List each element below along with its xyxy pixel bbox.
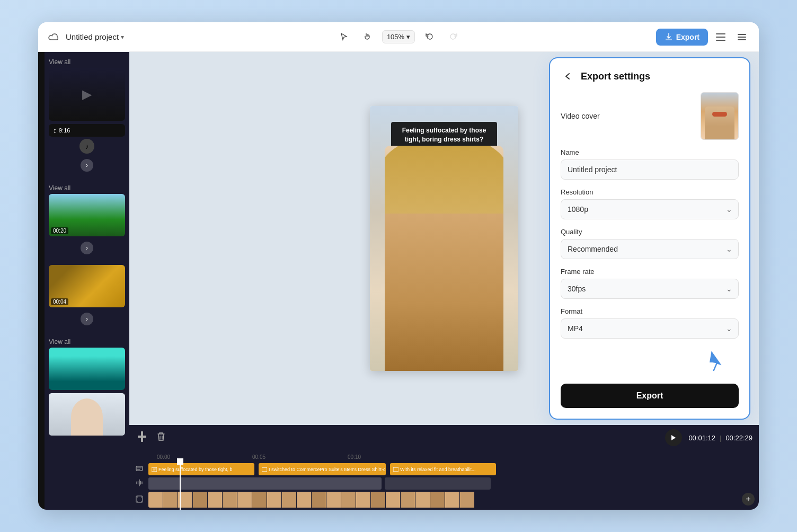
film-frame-5 <box>208 492 223 508</box>
sidebar-section-3: 00:04 › <box>45 261 129 332</box>
film-frame-17 <box>386 492 401 508</box>
film-frame-13 <box>326 492 341 508</box>
audio-clip-1[interactable] <box>148 477 382 490</box>
delete-button[interactable] <box>155 430 167 446</box>
svg-rect-8 <box>138 436 146 438</box>
svg-rect-1 <box>716 33 725 34</box>
next-btn-2[interactable]: › <box>81 242 93 254</box>
frame-rate-select-wrapper: 24fps 30fps 60fps ⌄ <box>561 279 739 299</box>
track-subtitle-1: Feeling suffocated by those tight, b I s… <box>136 463 752 475</box>
film-frame-2 <box>163 492 178 508</box>
top-bar-left: Untitled project ▾ <box>47 30 277 45</box>
film-clip-1[interactable] <box>148 492 488 508</box>
top-bar: Untitled project ▾ 105% ▾ <box>38 22 759 52</box>
film-frame-10 <box>282 492 297 508</box>
thumbnail-item-4[interactable] <box>49 348 125 390</box>
zoom-control[interactable]: 105% ▾ <box>382 30 415 43</box>
film-frame-6 <box>223 492 237 508</box>
main-content: View all ▶ ↕ 9:16 ♪ › <box>38 52 759 510</box>
film-clip-2[interactable] <box>490 492 649 508</box>
export-button[interactable]: Export <box>656 29 708 46</box>
view-all-button-4[interactable]: View all <box>49 336 125 348</box>
menu-button[interactable] <box>712 29 729 46</box>
film-frame-1 <box>148 492 163 508</box>
left-sidebar: View all ▶ ↕ 9:16 ♪ › <box>45 52 129 510</box>
subtitle-text-2: I switched to CommercePro Suite's Men's … <box>269 467 386 472</box>
name-input[interactable] <box>561 159 739 180</box>
project-title-button[interactable]: Untitled project ▾ <box>66 32 124 41</box>
more-options-button[interactable] <box>733 29 750 46</box>
sidebar-section-2: View all 00:20 › <box>45 178 129 261</box>
view-all-button-2[interactable]: View all <box>49 182 125 194</box>
video-subtitle: Feeling suffocated by those tight, borin… <box>391 122 497 148</box>
quality-select[interactable]: Low Medium Recommended High <box>561 239 739 259</box>
frame-rate-label: Frame rate <box>561 268 739 276</box>
tiktok-icon[interactable]: ♪ <box>79 139 94 154</box>
add-track-button[interactable]: + <box>742 493 755 506</box>
next-btn-1[interactable]: › <box>81 159 93 172</box>
redo-button[interactable] <box>445 29 462 46</box>
track-content-subtitle-1: Feeling suffocated by those tight, b I s… <box>148 463 752 475</box>
thumbnail-item-2[interactable]: 00:20 <box>49 194 125 236</box>
canvas-area: Feeling suffocated by those tight, borin… <box>129 52 759 425</box>
ruler-mark-5: 00:05 <box>252 454 265 460</box>
top-bar-right: Export <box>520 29 750 46</box>
total-time: 00:22:29 <box>725 434 752 442</box>
canvas-wrapper: Feeling suffocated by those tight, borin… <box>129 52 759 510</box>
film-dark-5 <box>549 492 564 508</box>
frame-rate-select[interactable]: 24fps 30fps 60fps <box>561 279 739 299</box>
svg-rect-6 <box>738 39 746 40</box>
subtitle-clip-2[interactable]: I switched to CommercePro Suite's Men's … <box>259 463 386 475</box>
cloud-icon <box>47 30 61 45</box>
cover-thumb-inner <box>701 93 738 139</box>
export-action-button[interactable]: Export <box>561 384 739 408</box>
name-field: Name <box>561 148 739 180</box>
trim-button[interactable] <box>136 429 148 446</box>
track-audio-1 <box>136 477 752 490</box>
format-select-wrapper: MP4 MOV AVI ⌄ <box>561 318 739 339</box>
video-cover-section: Video cover <box>561 92 739 140</box>
thumbnail-item-1[interactable]: ▶ <box>49 68 125 121</box>
film-dark-9 <box>608 492 623 508</box>
track-icon-subtitle-1 <box>136 465 146 474</box>
back-button[interactable] <box>561 69 575 84</box>
chevron-down-icon: ▾ <box>121 33 124 41</box>
subtitle-clip-3[interactable]: With its relaxed fit and breathabilit... <box>390 463 496 475</box>
film-dark-3 <box>519 492 534 508</box>
video-preview-bg: Feeling suffocated by those tight, borin… <box>370 106 518 371</box>
resolution-field: Resolution 720p 1080p 4K ⌄ <box>561 188 739 219</box>
film-frame-7 <box>237 492 252 508</box>
film-frame-20 <box>430 492 445 508</box>
project-title-text: Untitled project <box>66 32 119 41</box>
video-cover-label: Video cover <box>561 112 600 120</box>
time-separator: | <box>720 434 721 442</box>
thumbnail-item-3[interactable]: 00:04 <box>49 265 125 307</box>
undo-button[interactable] <box>421 29 438 46</box>
film-dark-7 <box>579 492 594 508</box>
select-tool-button[interactable] <box>335 29 352 46</box>
svg-rect-14 <box>137 496 138 498</box>
track-film-1 <box>136 492 752 508</box>
film-frame-18 <box>401 492 415 508</box>
hand-tool-button[interactable] <box>359 29 376 46</box>
next-btn-3[interactable]: › <box>81 313 93 325</box>
quality-select-wrapper: Low Medium Recommended High ⌄ <box>561 239 739 259</box>
film-frame-9 <box>267 492 282 508</box>
film-dark-6 <box>564 492 579 508</box>
thumbnail-item-5[interactable] <box>49 393 125 436</box>
view-all-button-1[interactable]: View all <box>49 56 125 68</box>
cover-thumbnail[interactable] <box>701 92 739 140</box>
subtitle-clip-1[interactable]: Feeling suffocated by those tight, b <box>148 463 254 475</box>
film-frame-21 <box>445 492 460 508</box>
svg-rect-3 <box>716 40 725 41</box>
format-select[interactable]: MP4 MOV AVI <box>561 318 739 339</box>
play-button[interactable] <box>665 429 682 446</box>
audio-clip-2[interactable] <box>385 477 491 490</box>
timeline-controls: 00:01:12 | 00:22:29 <box>129 425 759 450</box>
resolution-select[interactable]: 720p 1080p 4K <box>561 199 739 219</box>
zoom-level-text: 105% <box>387 33 404 41</box>
film-dark-1 <box>490 492 504 508</box>
format-badge[interactable]: ↕ 9:16 <box>49 124 125 137</box>
svg-rect-16 <box>141 496 142 498</box>
playhead <box>180 461 181 510</box>
